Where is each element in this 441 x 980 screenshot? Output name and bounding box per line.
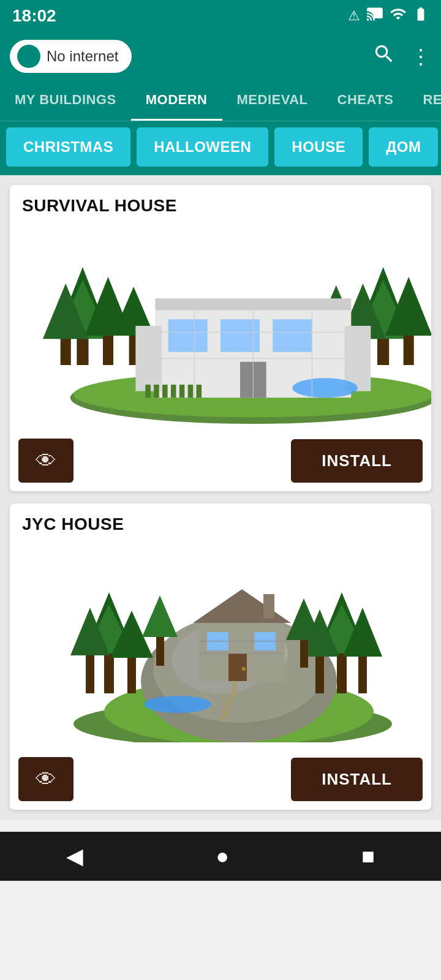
svg-marker-66: [193, 589, 291, 623]
category-house[interactable]: HOUSE: [274, 127, 363, 167]
card-image-jyc: [10, 540, 431, 748]
tab-my-buildings[interactable]: MY BUILDINGS: [0, 81, 131, 121]
svg-rect-67: [263, 594, 274, 619]
cast-icon: [366, 6, 383, 26]
status-icons: ⚠: [348, 6, 429, 26]
preview-button-survival[interactable]: 👁: [18, 439, 74, 483]
status-time: 18:02: [12, 6, 56, 26]
tab-cheats[interactable]: CHEATS: [323, 81, 409, 121]
svg-point-74: [144, 696, 211, 713]
svg-rect-34: [188, 385, 194, 398]
connection-indicator: [17, 45, 40, 68]
install-button-jyc[interactable]: INSTALL: [291, 758, 423, 801]
alert-icon: ⚠: [348, 8, 360, 24]
category-halloween[interactable]: HALLOWEEN: [137, 127, 268, 167]
card-image-survival: [10, 222, 431, 430]
category-christmas[interactable]: CHRISTMAS: [6, 127, 130, 167]
nav-tabs: MY BUILDINGS MODERN MEDIEVAL CHEATS REDS…: [0, 81, 441, 121]
tab-modern[interactable]: MODERN: [131, 81, 222, 121]
preview-button-jyc[interactable]: 👁: [18, 757, 74, 801]
recent-button[interactable]: ■: [361, 843, 375, 869]
bottom-nav: ◀ ● ■: [0, 832, 441, 881]
card-survival-house: SURVIVAL HOUSE: [10, 185, 431, 491]
svg-rect-31: [162, 385, 168, 398]
svg-rect-30: [154, 385, 159, 398]
svg-marker-62: [142, 595, 178, 637]
category-dom[interactable]: ДОМ: [369, 127, 438, 167]
content-area: SURVIVAL HOUSE: [0, 175, 441, 820]
status-bar: 18:02 ⚠: [0, 0, 441, 32]
search-icon[interactable]: [372, 42, 396, 70]
tab-medieval[interactable]: MEDIEVAL: [222, 81, 323, 121]
no-internet-label: No internet: [47, 48, 118, 65]
eye-icon-survival: 👁: [36, 449, 56, 473]
card-title-survival: SURVIVAL HOUSE: [10, 185, 431, 222]
home-button[interactable]: ●: [216, 843, 229, 869]
no-internet-badge[interactable]: No internet: [10, 40, 132, 73]
back-button[interactable]: ◀: [66, 843, 83, 869]
svg-rect-29: [145, 385, 151, 398]
svg-rect-33: [179, 385, 185, 398]
svg-point-28: [292, 378, 358, 398]
more-options-icon[interactable]: ⋮: [410, 44, 431, 69]
battery-icon: [413, 6, 429, 26]
top-bar: No internet ⋮: [0, 32, 441, 81]
wifi-icon: [390, 6, 407, 26]
install-button-survival[interactable]: INSTALL: [291, 439, 423, 483]
card-actions-jyc: 👁 INSTALL: [10, 748, 431, 810]
svg-rect-22: [168, 319, 208, 352]
svg-point-71: [242, 667, 246, 671]
tab-redston[interactable]: REDSTON: [408, 81, 441, 121]
category-row: CHRISTMAS HALLOWEEN HOUSE ДОМ: [0, 121, 441, 175]
svg-rect-32: [171, 385, 176, 398]
svg-rect-23: [221, 319, 260, 352]
card-jyc-house: JYC HOUSE: [10, 503, 431, 810]
svg-rect-35: [197, 385, 202, 398]
eye-icon-jyc: 👁: [36, 767, 56, 791]
top-bar-actions: ⋮: [372, 42, 431, 70]
svg-rect-24: [273, 319, 312, 352]
card-actions-survival: 👁 INSTALL: [10, 430, 431, 491]
card-title-jyc: JYC HOUSE: [10, 503, 431, 540]
